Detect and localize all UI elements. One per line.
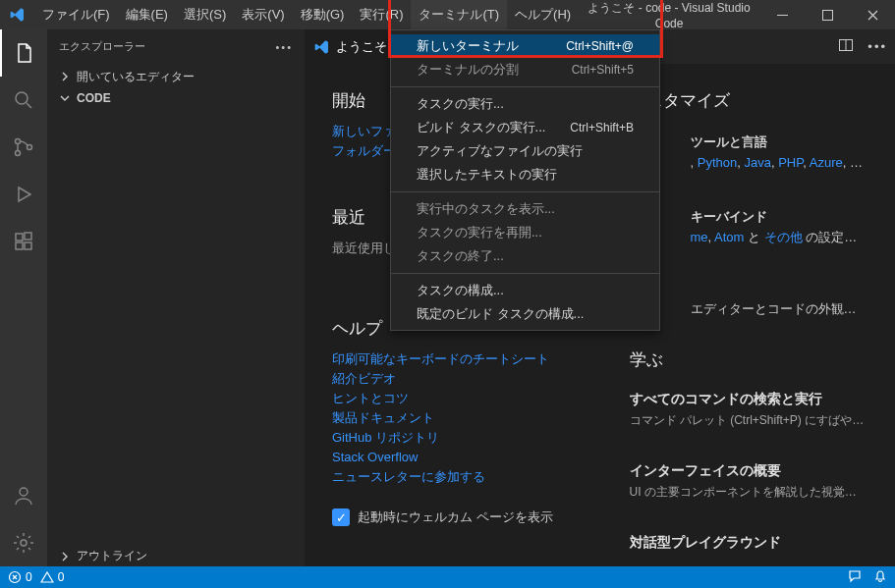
menu-item: タスクの終了... (391, 244, 659, 268)
more-icon[interactable]: ••• (867, 39, 887, 54)
bind-other-link[interactable]: その他 (764, 230, 803, 244)
explorer-title: エクスプローラー (59, 39, 275, 54)
card-title: 対話型プレイグラウンド (630, 534, 868, 552)
status-warnings[interactable]: 0 (40, 570, 65, 584)
bind-atom-link[interactable]: Atom (714, 230, 744, 244)
menu-item-label: ターミナルの分割 (417, 61, 572, 79)
show-welcome-checkbox[interactable]: ✓ 起動時にウェルカム ページを表示 (332, 508, 571, 526)
menu-item[interactable]: 新しいターミナルCtrl+Shift+@ (391, 34, 659, 58)
chevron-right-icon (59, 551, 75, 562)
vscode-logo-icon (0, 7, 34, 23)
activity-search-icon[interactable] (0, 77, 47, 124)
tools-subheading: ツールと言語 (691, 134, 868, 151)
maximize-button[interactable] (805, 0, 850, 29)
vscode-icon (314, 39, 330, 55)
menu-select[interactable]: 選択(S) (176, 0, 234, 29)
learn-ui-card[interactable]: インターフェイスの概要 UI の主要コンポーネントを解説した視覚オーバー… (630, 453, 868, 510)
help-intro-link[interactable]: 紹介ビデオ (332, 369, 571, 389)
help-stack-link[interactable]: Stack Overflow (332, 448, 571, 467)
bell-icon[interactable] (873, 569, 887, 586)
checkbox-label: 起動時にウェルカム ページを表示 (358, 508, 553, 526)
help-docs-link[interactable]: 製品ドキュメント (332, 408, 571, 428)
window-controls (759, 0, 895, 29)
card-desc: UI の主要コンポーネントを解説した視覚オーバー… (630, 484, 868, 501)
menu-item-label: タスクの実行を再開... (417, 224, 634, 241)
svg-point-5 (28, 145, 32, 150)
chevron-right-icon (59, 71, 75, 82)
svg-rect-6 (16, 234, 23, 241)
bind-sublime-link[interactable]: me (691, 230, 708, 244)
menu-item[interactable]: 選択したテキストの実行 (391, 163, 659, 187)
activity-debug-icon[interactable] (0, 171, 47, 218)
menu-file[interactable]: ファイル(F) (34, 0, 118, 29)
menu-separator (391, 191, 659, 192)
learn-commands-card[interactable]: すべてのコマンドの検索と実行 コマンド パレット (Ctrl+Shift+P) … (630, 381, 868, 439)
menu-run[interactable]: 実行(R) (352, 0, 411, 29)
activity-settings-icon[interactable] (0, 519, 47, 566)
menu-item-shortcut: Ctrl+Shift+@ (566, 39, 634, 53)
chevron-down-icon (59, 92, 75, 104)
menu-item[interactable]: 既定のビルド タスクの構成... (391, 302, 659, 326)
more-icon[interactable]: ••• (275, 41, 293, 53)
help-cheatsheet-link[interactable]: 印刷可能なキーボードのチートシート (332, 349, 571, 369)
menu-item-label: 実行中のタスクを表示... (417, 200, 634, 218)
menu-separator (391, 273, 659, 274)
menu-terminal[interactable]: ターミナル(T) (411, 0, 507, 29)
feedback-icon[interactable] (848, 569, 862, 586)
menu-view[interactable]: 表示(V) (234, 0, 292, 29)
titlebar: ファイル(F) 編集(E) 選択(S) 表示(V) 移動(G) 実行(R) ター… (0, 0, 895, 29)
activity-explorer-icon[interactable] (0, 29, 47, 77)
svg-rect-8 (25, 242, 31, 249)
learn-heading: 学ぶ (630, 348, 868, 371)
menu-item-label: タスクの終了... (417, 247, 634, 265)
menu-edit[interactable]: 編集(E) (118, 0, 176, 29)
activity-account-icon[interactable] (0, 472, 47, 519)
lang-docker-link[interactable]: Dock… (850, 155, 867, 170)
svg-rect-1 (822, 10, 832, 20)
menu-item[interactable]: アクティブなファイルの実行 (391, 139, 659, 163)
menu-item: 実行中のタスクを表示... (391, 197, 659, 221)
error-icon (8, 570, 22, 584)
menu-item-shortcut: Ctrl+Shift+B (570, 121, 634, 134)
close-button[interactable] (850, 0, 895, 29)
menu-item[interactable]: タスクの実行... (391, 92, 659, 116)
split-editor-icon[interactable] (838, 37, 854, 56)
learn-playground-card[interactable]: 対話型プレイグラウンド (630, 524, 868, 565)
menu-item-label: 新しいターミナル (417, 37, 566, 55)
menu-item-label: 選択したテキストの実行 (417, 166, 634, 184)
welcome-right-col: カスタマイズ ツールと言語 , Python, Java, PHP, Azure… (630, 83, 868, 547)
tab-welcome[interactable]: ようこそ (305, 29, 397, 64)
menu-item: タスクの実行を再開... (391, 221, 659, 244)
open-editors-section[interactable]: 開いているエディター (47, 66, 305, 87)
menu-help[interactable]: ヘルプ(H) (507, 0, 579, 29)
bind-subheading: キーバインド (691, 208, 868, 226)
menu-item-label: タスクの実行... (417, 95, 634, 113)
menu-item-label: ビルド タスクの実行... (417, 119, 570, 136)
svg-point-10 (20, 488, 28, 496)
warnings-count: 0 (58, 570, 65, 584)
lang-azure-link[interactable]: Azure (810, 155, 843, 170)
minimize-button[interactable] (759, 0, 805, 29)
customize-heading: カスタマイズ (630, 89, 868, 112)
lang-java-link[interactable]: Java (744, 155, 770, 170)
outline-section[interactable]: アウトライン (47, 545, 305, 566)
activity-extensions-icon[interactable] (0, 218, 47, 265)
card-title: すべてのコマンドの検索と実行 (630, 391, 868, 408)
svg-point-2 (16, 92, 28, 104)
folder-section[interactable]: CODE (47, 87, 305, 109)
lang-php-link[interactable]: PHP (778, 155, 803, 170)
lang-python-link[interactable]: Python (698, 155, 737, 170)
menu-item[interactable]: ビルド タスクの実行...Ctrl+Shift+B (391, 116, 659, 139)
help-github-link[interactable]: GitHub リポジトリ (332, 428, 571, 448)
activity-scm-icon[interactable] (0, 124, 47, 171)
explorer-header: エクスプローラー ••• (47, 29, 305, 64)
menu-separator (391, 86, 659, 87)
status-errors[interactable]: 0 (8, 570, 32, 584)
help-tips-link[interactable]: ヒントとコツ (332, 389, 571, 408)
menu-item-label: アクティブなファイルの実行 (417, 142, 634, 160)
statusbar: 0 0 (0, 566, 895, 588)
svg-rect-0 (777, 15, 788, 16)
help-newsletter-link[interactable]: ニュースレターに参加する (332, 467, 571, 487)
menu-go[interactable]: 移動(G) (293, 0, 353, 29)
menu-item[interactable]: タスクの構成... (391, 279, 659, 302)
